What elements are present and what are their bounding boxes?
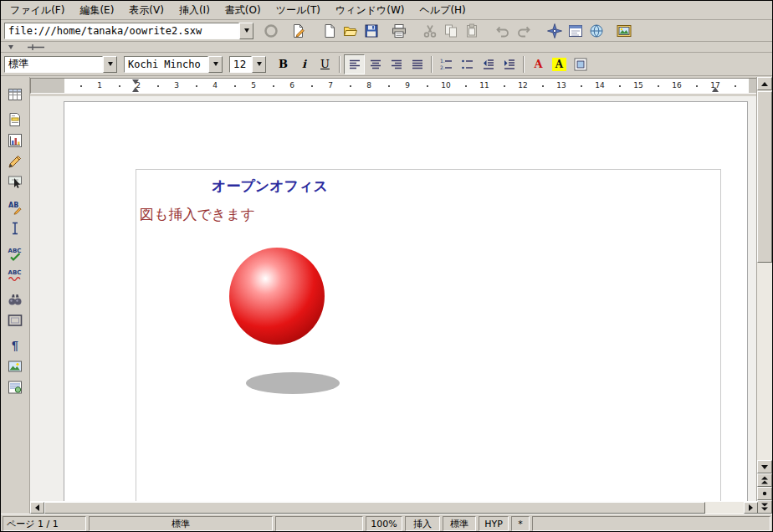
paste-button[interactable] bbox=[461, 21, 482, 41]
italic-button[interactable]: i bbox=[294, 54, 315, 74]
align-left-button[interactable] bbox=[344, 54, 365, 74]
menu-item-help[interactable]: ヘルプ(H) bbox=[412, 1, 474, 20]
toolbar-collapse-button[interactable] bbox=[3, 43, 18, 52]
scroll-down-button[interactable] bbox=[757, 460, 772, 473]
menu-item-window[interactable]: ウィンドウ(W) bbox=[328, 1, 412, 20]
align-center-button[interactable] bbox=[365, 54, 386, 74]
paragraph-style-dropdown-button[interactable] bbox=[103, 56, 117, 73]
insert-fields-button[interactable] bbox=[3, 109, 27, 130]
cut-button[interactable] bbox=[419, 21, 440, 41]
function-bar: file:///home/tanaka/oowrite2.sxw bbox=[1, 20, 772, 42]
ruler-number: 15 bbox=[633, 81, 642, 90]
font-name-field[interactable]: Kochi Mincho bbox=[124, 56, 208, 73]
highlighting-button[interactable]: A bbox=[549, 54, 570, 74]
decrease-indent-button[interactable] bbox=[478, 54, 499, 74]
previous-page-button[interactable] bbox=[757, 473, 772, 487]
font-name-dropdown-button[interactable] bbox=[208, 56, 223, 73]
scroll-right-button[interactable] bbox=[744, 502, 758, 514]
chevron-down-icon bbox=[8, 45, 13, 49]
redo-button[interactable] bbox=[513, 21, 534, 41]
insert-frame-icon bbox=[7, 312, 23, 329]
horizontal-ruler[interactable]: 1234567891011121314151617 bbox=[30, 78, 758, 94]
stop-icon bbox=[263, 23, 279, 39]
online-layout-button[interactable] bbox=[3, 376, 27, 397]
navigation-button[interactable] bbox=[757, 487, 772, 500]
ruler-tick bbox=[658, 85, 659, 87]
gallery-button[interactable] bbox=[613, 21, 634, 41]
menu-item-view[interactable]: 表示(V) bbox=[121, 1, 171, 20]
url-input[interactable]: file:///home/tanaka/oowrite2.sxw bbox=[4, 23, 239, 39]
chevron-down-icon bbox=[213, 62, 218, 66]
menu-item-insert[interactable]: 挿入(I) bbox=[171, 1, 218, 20]
insert-frame-button[interactable] bbox=[3, 309, 27, 330]
autospellcheck-button[interactable]: ABC bbox=[3, 263, 27, 284]
new-document-button[interactable] bbox=[319, 21, 340, 41]
copy-button[interactable] bbox=[440, 21, 461, 41]
font-size-field[interactable]: 12 bbox=[229, 56, 252, 73]
toolbar-pin-handle-icon[interactable] bbox=[26, 43, 46, 51]
justify-button[interactable] bbox=[407, 54, 427, 74]
scroll-left-button[interactable] bbox=[30, 502, 44, 514]
bold-button[interactable]: B bbox=[273, 54, 294, 74]
page-style-indicator[interactable]: 標準 bbox=[89, 516, 273, 531]
ruler-number: 17 bbox=[710, 81, 719, 90]
zoom-indicator[interactable]: 100% bbox=[366, 516, 402, 531]
horizontal-scroll-track[interactable] bbox=[44, 502, 744, 514]
menu-item-file[interactable]: ファイル(F) bbox=[3, 1, 72, 20]
sphere-shadow[interactable] bbox=[246, 372, 340, 394]
graphics-toggle-button[interactable] bbox=[3, 356, 27, 376]
ruler-number: 16 bbox=[672, 81, 681, 90]
vertical-scroll-thumb[interactable] bbox=[757, 91, 772, 263]
stop-loading-button[interactable] bbox=[260, 21, 281, 41]
document-page[interactable]: オープンオフィス 図も挿入できます bbox=[64, 101, 748, 501]
url-dropdown-button[interactable] bbox=[239, 23, 253, 39]
insert-objects-chart-icon bbox=[7, 132, 23, 149]
direct-cursor-button[interactable] bbox=[3, 217, 27, 238]
menu-item-edit[interactable]: 編集(E) bbox=[72, 1, 121, 20]
align-right-button[interactable] bbox=[386, 54, 407, 74]
ruler-number: 4 bbox=[212, 81, 218, 90]
selection-mode-indicator[interactable]: 標準 bbox=[443, 516, 476, 531]
page-indicator[interactable]: ページ 1 / 1 bbox=[3, 516, 86, 531]
save-button[interactable] bbox=[361, 21, 381, 41]
status-filler-cell bbox=[532, 516, 770, 531]
paragraph-style-field[interactable]: 標準 bbox=[4, 56, 103, 73]
edit-file-button[interactable] bbox=[288, 21, 309, 41]
insert-mode-indicator[interactable]: 挿入 bbox=[405, 516, 440, 531]
menu-item-tools[interactable]: ツール(T) bbox=[269, 1, 328, 20]
svg-text:AB: AB bbox=[8, 202, 18, 209]
increase-indent-button[interactable] bbox=[499, 54, 520, 74]
vertical-scroll-track[interactable] bbox=[757, 90, 772, 460]
stylist-button[interactable] bbox=[565, 21, 586, 41]
hyperlink-mode-indicator[interactable]: HYP bbox=[479, 516, 509, 531]
open-button[interactable] bbox=[340, 21, 361, 41]
sphere-image[interactable] bbox=[229, 248, 325, 345]
navigator-button[interactable] bbox=[544, 21, 565, 41]
next-page-button[interactable] bbox=[757, 500, 772, 514]
ruler-tick bbox=[234, 85, 236, 87]
chevron-down-icon bbox=[257, 62, 262, 66]
undo-button[interactable] bbox=[492, 21, 513, 41]
print-button[interactable] bbox=[388, 21, 409, 41]
nonprinting-characters-button[interactable]: ¶ bbox=[3, 335, 27, 356]
find-replace-button[interactable] bbox=[3, 289, 27, 309]
underline-button[interactable]: U bbox=[315, 54, 335, 74]
bullets-button[interactable] bbox=[457, 54, 478, 74]
horizontal-scroll-thumb[interactable] bbox=[44, 502, 705, 514]
autotext-button[interactable]: AB bbox=[3, 197, 27, 217]
insert-objects-button[interactable] bbox=[3, 130, 27, 151]
spellcheck-button[interactable]: ABC bbox=[3, 243, 27, 263]
hyperlink-button[interactable] bbox=[586, 21, 607, 41]
insert-table-button[interactable] bbox=[3, 84, 27, 105]
numbering-button[interactable]: 1.2. bbox=[436, 54, 457, 74]
draw-functions-button[interactable] bbox=[3, 151, 27, 171]
scroll-up-button[interactable] bbox=[757, 77, 772, 90]
ruler-tick bbox=[311, 85, 313, 87]
font-color-button[interactable]: A bbox=[528, 54, 549, 74]
body-text: 図も挿入できます bbox=[140, 205, 255, 224]
paragraph-background-button[interactable] bbox=[570, 54, 591, 74]
font-size-dropdown-button[interactable] bbox=[252, 56, 266, 73]
form-functions-button[interactable] bbox=[3, 171, 27, 192]
insert-fields-icon bbox=[7, 111, 23, 128]
menu-item-format[interactable]: 書式(O) bbox=[218, 1, 269, 20]
